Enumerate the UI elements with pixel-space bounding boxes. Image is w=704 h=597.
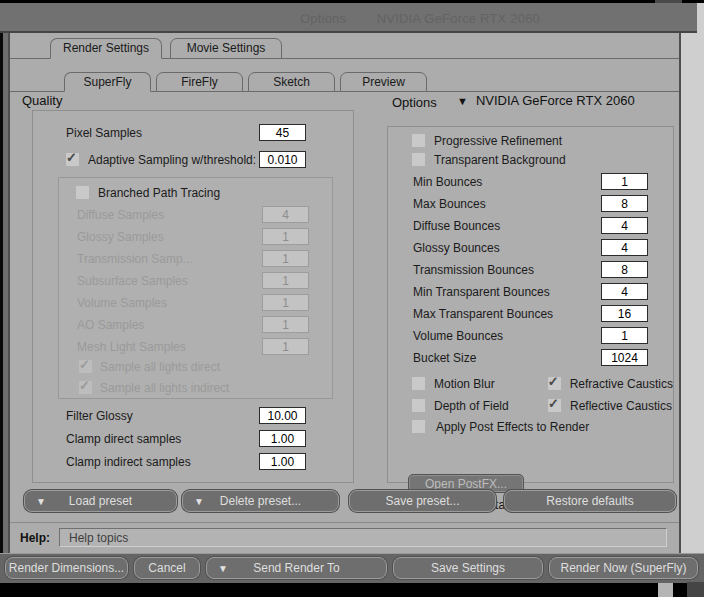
pixel-samples-row: Pixel Samples xyxy=(66,124,306,141)
clamp-indirect-row: Clamp indirect samples xyxy=(66,453,306,470)
send-render-to-button[interactable]: ▼ Send Render To xyxy=(206,557,387,579)
apply-post-effects-checkbox[interactable] xyxy=(412,420,425,433)
pixel-samples-input[interactable] xyxy=(259,124,306,141)
chevron-down-icon: ▼ xyxy=(194,496,204,507)
clamp-direct-label: Clamp direct samples xyxy=(66,432,181,446)
min-bounces-input[interactable] xyxy=(601,173,648,190)
filter-glossy-label: Filter Glossy xyxy=(66,409,133,423)
adaptive-sampling-checkbox[interactable]: ✓ xyxy=(66,153,79,166)
subsurface-samples-label: Subsurface Samples xyxy=(77,274,188,288)
clamp-direct-input[interactable] xyxy=(259,430,306,447)
sample-all-lights-indirect-checkbox: ✓ xyxy=(79,381,92,394)
max-transparent-bounces-label: Max Transparent Bounces xyxy=(413,307,553,321)
progressive-refinement-row: Progressive Refinement xyxy=(412,133,673,148)
load-preset-label: Load preset xyxy=(69,494,132,508)
glossy-bounces-label: Glossy Bounces xyxy=(413,241,500,255)
mesh-light-samples-input xyxy=(262,338,309,355)
motion-blur-checkbox[interactable] xyxy=(412,377,425,390)
min-transparent-bounces-row: Min Transparent Bounces xyxy=(413,283,648,300)
cancel-label: Cancel xyxy=(148,561,185,575)
refractive-caustics-label: Refractive Caustics xyxy=(570,377,673,391)
depth-of-field-group: Depth of Field xyxy=(412,399,548,413)
diffuse-bounces-input[interactable] xyxy=(601,217,648,234)
glossy-bounces-input[interactable] xyxy=(601,239,648,256)
glossy-samples-row: Glossy Samples xyxy=(77,229,309,244)
subsurface-samples-row: Subsurface Samples xyxy=(77,273,309,288)
load-preset-button[interactable]: ▼ Load preset xyxy=(24,490,177,512)
volume-bounces-input[interactable] xyxy=(601,327,648,344)
help-topics-field[interactable]: Help topics xyxy=(59,528,667,547)
transparent-background-checkbox[interactable] xyxy=(412,153,425,166)
clamp-direct-row: Clamp direct samples xyxy=(66,430,306,447)
render-dimensions-button[interactable]: Render Dimensions... xyxy=(5,557,128,579)
quality-groupbox: Pixel Samples ✓ Adaptive Sampling w/thre… xyxy=(32,110,354,483)
tab-sketch[interactable]: Sketch xyxy=(248,72,335,92)
render-device-dropdown[interactable]: ▼ NVIDIA GeForce RTX 2060 xyxy=(457,93,635,108)
bottom-dark-strip xyxy=(687,582,704,597)
chevron-down-icon: ▼ xyxy=(218,563,228,574)
save-settings-button[interactable]: Save Settings xyxy=(393,557,543,579)
restore-defaults-label: Restore defaults xyxy=(546,494,633,508)
options-groupbox: Progressive Refinement Transparent Backg… xyxy=(387,126,674,483)
apply-post-effects-row: Apply Post Effects to Render xyxy=(412,419,673,434)
min-bounces-row: Min Bounces xyxy=(413,173,648,190)
save-preset-button[interactable]: Save preset... xyxy=(349,490,496,512)
sample-all-lights-indirect-row: ✓ Sample all lights indirect xyxy=(79,381,332,394)
diffuse-samples-input xyxy=(262,206,309,223)
check-icon: ✓ xyxy=(66,150,77,165)
refractive-caustics-group: ✓ Refractive Caustics xyxy=(548,377,673,391)
help-label: Help: xyxy=(20,531,50,545)
bottom-black-zone xyxy=(0,583,704,597)
max-bounces-input[interactable] xyxy=(601,195,648,212)
save-settings-label: Save Settings xyxy=(431,561,505,575)
motion-blur-group: Motion Blur xyxy=(412,377,548,391)
apply-post-effects-label: Apply Post Effects to Render xyxy=(436,420,589,434)
tab-firefly[interactable]: FireFly xyxy=(156,72,243,92)
ao-samples-label: AO Samples xyxy=(77,318,144,332)
quality-section-label: Quality xyxy=(22,93,62,108)
restore-defaults-button[interactable]: Restore defaults xyxy=(504,490,676,512)
reflective-caustics-checkbox[interactable]: ✓ xyxy=(548,399,561,412)
pixel-samples-label: Pixel Samples xyxy=(66,126,142,140)
transmission-samples-row: Transmission Samp... xyxy=(77,251,309,266)
chevron-down-icon: ▼ xyxy=(36,496,46,507)
depth-of-field-label: Depth of Field xyxy=(434,399,509,413)
min-transparent-bounces-input[interactable] xyxy=(601,283,648,300)
volume-samples-label: Volume Samples xyxy=(77,296,167,310)
bucket-size-row: Bucket Size xyxy=(413,349,648,366)
tab-movie-settings[interactable]: Movie Settings xyxy=(170,38,282,59)
progressive-refinement-checkbox[interactable] xyxy=(412,134,425,147)
branched-path-tracing-checkbox[interactable] xyxy=(76,186,89,199)
bucket-size-input[interactable] xyxy=(601,349,648,366)
check-icon: ✓ xyxy=(79,378,90,393)
transmission-bounces-input[interactable] xyxy=(601,261,648,278)
max-bounces-row: Max Bounces xyxy=(413,195,648,212)
options-section-label: Options xyxy=(392,95,437,110)
ao-samples-row: AO Samples xyxy=(77,317,309,332)
transmission-samples-label: Transmission Samp... xyxy=(77,252,193,266)
main-tabbar: Render Settings Movie Settings xyxy=(10,37,679,59)
progressive-refinement-label: Progressive Refinement xyxy=(434,134,562,148)
delete-preset-button[interactable]: ▼ Delete preset... xyxy=(182,490,339,512)
tab-render-settings[interactable]: Render Settings xyxy=(50,38,162,59)
adaptive-threshold-input[interactable] xyxy=(259,151,306,168)
volume-samples-input xyxy=(262,294,309,311)
render-now-button[interactable]: Render Now (SuperFly) xyxy=(549,557,698,579)
tab-superfly[interactable]: SuperFly xyxy=(64,72,151,92)
max-transparent-bounces-input[interactable] xyxy=(601,305,648,322)
titlebar-ghost-text: Options NVIDIA GeForce RTX 2060 xyxy=(300,11,540,26)
refractive-caustics-checkbox[interactable]: ✓ xyxy=(548,377,561,390)
tab-preview[interactable]: Preview xyxy=(340,72,427,92)
help-separator xyxy=(10,522,679,523)
sample-all-lights-direct-label: Sample all lights direct xyxy=(100,360,220,374)
filter-glossy-row: Filter Glossy xyxy=(66,407,306,424)
cancel-button[interactable]: Cancel xyxy=(134,557,200,579)
preset-button-row: ▼ Load preset ▼ Delete preset... Save pr… xyxy=(24,490,676,512)
depth-of-field-checkbox[interactable] xyxy=(412,399,425,412)
transparent-background-label: Transparent Background xyxy=(434,153,566,167)
clamp-indirect-label: Clamp indirect samples xyxy=(66,455,191,469)
filter-glossy-input[interactable] xyxy=(259,407,306,424)
clamp-indirect-input[interactable] xyxy=(259,453,306,470)
transmission-samples-input xyxy=(262,250,309,267)
subsurface-samples-input xyxy=(262,272,309,289)
